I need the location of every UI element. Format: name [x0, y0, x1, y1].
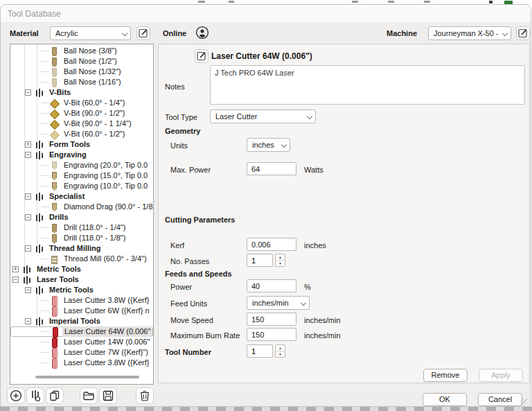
tree-item-row[interactable]: Ball Nose (1/16") [10, 77, 153, 87]
open-database-button[interactable] [80, 387, 98, 404]
tree-item-row[interactable]: V-Bit (90.0° - 1/2") [10, 108, 153, 119]
add-tool-button[interactable] [7, 387, 25, 404]
tree-connector [41, 165, 48, 166]
tree-item-row[interactable]: Laser Cutter 3.8W ({Kerf} [10, 295, 153, 306]
tree-item-row[interactable]: Thread Mill (60.0° - 3/4") [10, 254, 153, 264]
tool-type-select[interactable]: Laser Cutter [210, 110, 316, 123]
tree-connector [41, 342, 48, 342]
tree-group-row[interactable]: +Metric Tools [10, 264, 153, 274]
tree-item-row[interactable]: Laser Cutter 3.8W ({Kerf} [10, 358, 153, 368]
collapse-icon[interactable]: − [25, 193, 31, 200]
collapse-icon[interactable]: − [25, 245, 31, 252]
tree-item-label: Ball Nose (1/16") [62, 77, 123, 87]
power-input[interactable] [247, 279, 296, 292]
ok-button[interactable]: OK [423, 393, 467, 406]
expand-icon[interactable]: + [25, 141, 31, 148]
burn-rate-input[interactable] [247, 328, 296, 341]
collapse-icon[interactable]: − [25, 152, 31, 158]
copy-tool-button[interactable] [46, 387, 64, 404]
move-speed-input[interactable] [247, 313, 296, 326]
tree-group-row[interactable]: −Metric Tools [10, 285, 153, 295]
edit-material-button[interactable] [136, 26, 150, 40]
spin-up-icon[interactable]: ▲ [276, 254, 285, 261]
tree-group-row[interactable]: −Laser Tools [10, 274, 153, 285]
title-bar[interactable]: Tool Database [1, 5, 531, 23]
units-select[interactable]: inches [247, 138, 290, 152]
tool-tree[interactable]: Ball Nose (3/8")Ball Nose (1/2")Ball Nos… [10, 44, 154, 385]
tree-item-row[interactable]: Ball Nose (3/8") [10, 46, 153, 56]
expand-icon[interactable]: + [12, 266, 19, 272]
tree-group-row[interactable]: −V-Bits [10, 87, 153, 98]
tree-item-row[interactable]: Ball Nose (1/32") [10, 67, 153, 77]
tree-item-label: Engraving (20.0°, Tip 0.0 [62, 160, 150, 170]
tree-group-row[interactable]: −Thread Milling [10, 243, 153, 254]
tree-group-row[interactable]: −Imperial Tools [10, 316, 153, 326]
chevron-down-icon [301, 300, 306, 306]
tree-item-row[interactable]: Laser Cutter 7W ({Kerf}") [10, 347, 153, 358]
feed-units-select[interactable]: inches/min [247, 296, 310, 310]
tree-connector [41, 61, 48, 62]
tool-group-plus-icon [29, 390, 42, 402]
passes-input[interactable] [247, 254, 273, 267]
max-power-input[interactable] [247, 162, 296, 175]
tree-item-row[interactable]: Engraving (10.0°, Tip 0.0 [10, 181, 153, 191]
machine-select[interactable]: Journeyman X-50 - De [428, 26, 511, 40]
tree-item-row[interactable]: V-Bit (90.0° - 1 1/4") [10, 119, 153, 129]
tree-item-label: Ball Nose (1/2") [62, 56, 119, 67]
tree-item-row[interactable]: V-Bit (60.0° - 1/2") [10, 129, 153, 139]
tree-item-label: Ball Nose (1/32") [62, 67, 123, 77]
collapse-icon[interactable]: − [12, 277, 19, 283]
delete-tool-button[interactable] [136, 387, 154, 404]
engraving-icon [49, 182, 59, 191]
tree-connector [42, 331, 49, 332]
chevron-down-icon [307, 114, 312, 119]
tree-item-label: Laser Tools [35, 274, 81, 285]
tree-item-row[interactable]: Laser Cutter 6W ({Kerf} n [10, 306, 153, 316]
collapse-icon[interactable]: − [25, 214, 31, 220]
edit-machine-button[interactable] [516, 26, 530, 40]
tree-item-row[interactable]: Diamond Drag (90.0° - 1/8 [10, 202, 153, 212]
tree-item-row[interactable]: Engraving (15.0°, Tip 0.0 [10, 170, 153, 181]
notes-label: Notes [165, 82, 185, 91]
tree-item-row[interactable]: Ball Nose (1/2") [10, 56, 153, 67]
tool-number-input[interactable] [247, 344, 273, 358]
collapse-icon[interactable]: − [25, 89, 31, 96]
save-database-button[interactable] [99, 387, 117, 404]
resize-grip[interactable] [520, 399, 527, 405]
tree-item-row[interactable]: Drill (118.0° - 1/8") [10, 233, 153, 243]
tool-number-label: Tool Number [165, 348, 211, 356]
kerf-input[interactable] [247, 238, 296, 251]
online-account-button[interactable] [195, 26, 209, 41]
tree-group-row[interactable]: −Drills [10, 212, 153, 222]
edit-tool-name-button[interactable] [195, 49, 209, 63]
spin-down-icon[interactable]: ▼ [276, 261, 285, 266]
material-select[interactable]: Acrylic [50, 26, 131, 40]
spin-up-icon[interactable]: ▲ [276, 345, 285, 351]
collapse-icon[interactable]: − [25, 287, 31, 293]
remove-button[interactable]: Remove [423, 369, 468, 382]
spin-down-icon[interactable]: ▼ [276, 351, 285, 357]
tree-horizontal-scrollbar[interactable] [35, 376, 139, 378]
spinner-arrows[interactable]: ▲▼ [275, 254, 285, 267]
tree-item-label: Metric Tools [47, 285, 96, 295]
cancel-button[interactable]: Cancel [478, 393, 522, 406]
collapse-icon[interactable]: − [25, 318, 31, 324]
tree-item-label: Thread Mill (60.0° - 3/4") [62, 254, 149, 264]
tree-item-row[interactable]: Laser Cutter 64W (0.006" [10, 326, 153, 337]
spinner-arrows[interactable]: ▲▼ [275, 344, 285, 358]
group-icon [22, 265, 32, 274]
group-icon [35, 244, 44, 254]
group-icon [35, 150, 44, 160]
tree-item-row[interactable]: Drill (118.0° - 1/4") [10, 222, 153, 233]
add-tool-group-button[interactable] [26, 387, 44, 404]
tree-group-row[interactable]: −Specialist [10, 191, 153, 202]
notes-textarea[interactable]: J Tech PRO 64W Laser [210, 65, 525, 105]
tree-item-label: Imperial Tools [47, 316, 103, 326]
tree-item-label: Laser Cutter 7W ({Kerf}") [62, 347, 150, 358]
tree-group-row[interactable]: −Engraving [10, 150, 153, 160]
tree-group-row[interactable]: +Form Tools [10, 139, 153, 150]
tree-item-row[interactable]: V-Bit (60.0° - 1/4") [10, 98, 153, 108]
tree-item-row[interactable]: Engraving (20.0°, Tip 0.0 [10, 160, 153, 170]
apply-button[interactable]: Apply [479, 369, 523, 382]
tree-item-row[interactable]: Laser Cutter 14W (0.006" [10, 337, 153, 347]
